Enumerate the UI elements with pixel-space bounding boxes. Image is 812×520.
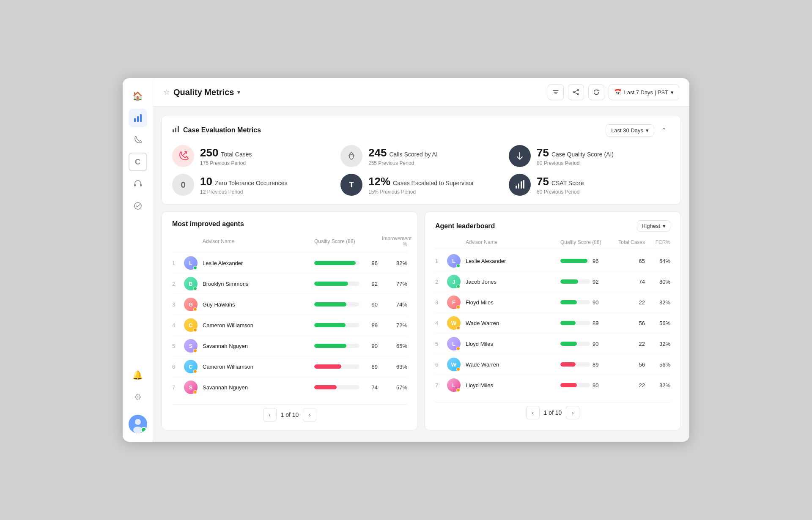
bar-cell: 89	[314, 364, 382, 370]
lb-score-value: 89	[593, 361, 598, 368]
improved-agents-header: Most improved agents	[172, 220, 407, 228]
header-left: ☆ Quality Metrics ▾	[163, 88, 240, 97]
lb-status-dot	[456, 305, 460, 309]
metric-csat: 75 CSAT Score 80 Previous Period	[509, 174, 670, 196]
lb-avatar-wrap: F	[447, 296, 466, 309]
main-content: ☆ Quality Metrics ▾	[153, 78, 689, 442]
svg-rect-0	[134, 118, 136, 122]
table-row: 2 B Brooklyn Simmons 92 77%	[172, 274, 407, 294]
metrics-grid: 250 Total Cases 175 Previous Period	[172, 145, 670, 196]
lb-bar-fill	[560, 362, 576, 367]
body: Case Evaluation Metrics Last 30 Days ▾ ⌃	[153, 107, 689, 442]
leaderboard-table-header: Advisor Name Quality Score (88) Total Ca…	[435, 238, 670, 249]
svg-line-13	[575, 93, 578, 94]
status-dot	[193, 390, 197, 394]
lb-cases-value: 56	[611, 320, 645, 326]
metrics-title: Case Evaluation Metrics	[183, 126, 261, 134]
lb-avatar-wrap: W	[447, 316, 466, 330]
improvement-value: 77%	[382, 281, 407, 287]
lb-bar-cell: 90	[560, 382, 611, 389]
lb-status-dot	[456, 285, 460, 288]
sidebar-item-c[interactable]: C	[129, 153, 147, 171]
lb-bar-cell: 90	[560, 341, 611, 347]
date-filter-button[interactable]: 📅 Last 7 Days | PST ▾	[609, 84, 679, 100]
improvement-value: 74%	[382, 301, 407, 308]
lb-status-dot	[456, 388, 460, 392]
lb-agent-name: Wade Warren	[466, 320, 560, 326]
leaderboard-rows: 1 L Leslie Alexander 96 65 54% 2 J Jacob…	[435, 251, 670, 395]
sidebar-item-home[interactable]: 🏠	[129, 87, 147, 105]
lb-cases-value: 56	[611, 361, 645, 368]
svg-rect-17	[516, 186, 517, 189]
lb-agent-name: Wade Warren	[466, 361, 560, 368]
lb-cases-value: 22	[611, 382, 645, 389]
lb-bar-track	[560, 383, 590, 387]
bar-track	[314, 364, 359, 369]
agent-name: Savannah Nguyen	[203, 343, 314, 349]
sidebar-item-notifications[interactable]: 🔔	[129, 366, 147, 384]
score-value: 90	[362, 343, 378, 349]
period-label: Last 30 Days	[611, 127, 643, 134]
lb-bar-track	[560, 362, 590, 367]
sidebar-item-calls[interactable]	[129, 131, 147, 149]
lb-bar-track	[560, 300, 590, 304]
filter-button[interactable]	[548, 84, 564, 100]
refresh-button[interactable]	[588, 84, 604, 100]
lb-score-value: 92	[593, 279, 598, 285]
next-page-button[interactable]: ›	[303, 408, 316, 421]
table-row: 3 F Floyd Miles 90 22 32%	[435, 292, 670, 313]
header-right: 📅 Last 7 Days | PST ▾	[548, 84, 679, 100]
leaderboard-panel: Agent leaderboard Highest ▾ Advisor Name…	[425, 211, 681, 430]
status-dot	[193, 328, 197, 332]
improvement-value: 57%	[382, 384, 407, 391]
metric-info-csat: 75 CSAT Score 80 Previous Period	[537, 175, 584, 195]
lb-bar-fill	[560, 383, 577, 387]
metric-label-total-cases: Total Cases	[221, 151, 252, 158]
sort-select[interactable]: Highest ▾	[637, 220, 670, 232]
metric-zero-tolerance: 0 10 Zero Tolerance Occurences 12 Previo…	[172, 174, 334, 196]
period-select[interactable]: Last 30 Days ▾	[606, 124, 654, 137]
svg-rect-20	[523, 180, 524, 189]
bar-track	[314, 323, 359, 327]
lb-prev-page-button[interactable]: ‹	[526, 406, 540, 419]
metric-info-escalated: 12% Cases Escalated to Supervisor 15% Pr…	[368, 175, 474, 195]
metric-icon-zero: 0	[172, 174, 194, 196]
lb-rank-number: 4	[435, 320, 447, 326]
lb-status-dot	[456, 264, 460, 268]
sidebar-item-settings[interactable]: ⚙	[129, 388, 147, 406]
bar-cell: 90	[314, 343, 382, 349]
sidebar-item-activity[interactable]	[129, 197, 147, 215]
lb-cases-value: 22	[611, 299, 645, 306]
score-value: 96	[362, 260, 378, 266]
lb-status-dot	[456, 347, 460, 350]
share-button[interactable]	[568, 84, 584, 100]
star-icon[interactable]: ☆	[163, 88, 170, 97]
avatar-wrap: S	[184, 380, 203, 394]
collapse-button[interactable]: ⌃	[658, 124, 670, 137]
improved-agents-pagination: ‹ 1 of 10 ›	[172, 404, 407, 421]
metric-label-escalated: Cases Escalated to Supervisor	[393, 180, 474, 186]
sidebar-item-analytics[interactable]	[129, 109, 147, 127]
col-header-name: Advisor Name	[203, 238, 314, 244]
sidebar-item-headset[interactable]	[129, 175, 147, 193]
leaderboard-header: Agent leaderboard Highest ▾	[435, 220, 670, 232]
svg-rect-19	[521, 181, 522, 189]
bar-cell: 89	[314, 322, 382, 328]
prev-page-button[interactable]: ‹	[263, 408, 277, 421]
svg-point-10	[573, 92, 575, 93]
metric-number-zero-tolerance: 10	[200, 175, 212, 188]
lb-avatar-wrap: W	[447, 358, 466, 371]
table-row: 4 C Cameron Williamson 89 72%	[172, 315, 407, 336]
lb-col-header-cases: Total Cases	[611, 239, 645, 245]
sidebar: 🏠 C 🔔	[123, 78, 153, 442]
lb-cases-value: 65	[611, 258, 645, 264]
bar-fill	[314, 364, 341, 369]
svg-point-9	[578, 90, 579, 91]
lb-bar-fill	[560, 259, 587, 263]
svg-rect-18	[518, 183, 519, 189]
agent-name: Guy Hawkins	[203, 301, 314, 308]
lb-avatar-wrap: J	[447, 275, 466, 288]
avatar[interactable]	[129, 415, 147, 433]
lb-next-page-button[interactable]: ›	[566, 406, 579, 419]
title-chevron-icon[interactable]: ▾	[237, 89, 240, 96]
